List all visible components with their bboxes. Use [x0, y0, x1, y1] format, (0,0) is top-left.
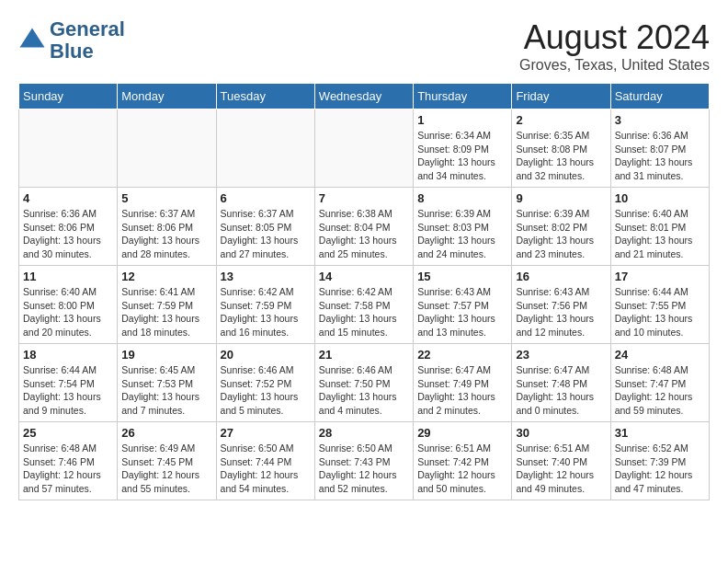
day-number: 21 — [319, 348, 409, 362]
calendar-day-cell: 23Sunrise: 6:47 AM Sunset: 7:48 PM Dayli… — [512, 344, 610, 422]
day-info: Sunrise: 6:39 AM Sunset: 8:03 PM Dayligh… — [417, 207, 507, 261]
calendar-day-cell: 17Sunrise: 6:44 AM Sunset: 7:55 PM Dayli… — [610, 266, 709, 344]
weekday-header-thursday: Thursday — [414, 84, 512, 109]
day-info: Sunrise: 6:48 AM Sunset: 7:46 PM Dayligh… — [23, 442, 113, 496]
day-number: 5 — [121, 191, 211, 205]
svg-marker-0 — [20, 29, 45, 48]
calendar-day-cell — [118, 109, 216, 188]
logo: General Blue — [18, 18, 125, 63]
day-number: 4 — [23, 191, 113, 205]
calendar-day-cell: 31Sunrise: 6:52 AM Sunset: 7:39 PM Dayli… — [610, 422, 709, 500]
weekday-header-wednesday: Wednesday — [314, 84, 413, 109]
day-number: 1 — [417, 113, 507, 127]
day-number: 16 — [516, 270, 606, 283]
calendar-day-cell: 2Sunrise: 6:35 AM Sunset: 8:08 PM Daylig… — [512, 109, 610, 188]
day-info: Sunrise: 6:44 AM Sunset: 7:54 PM Dayligh… — [23, 363, 113, 418]
weekday-header-tuesday: Tuesday — [216, 84, 314, 109]
calendar-day-cell: 26Sunrise: 6:49 AM Sunset: 7:45 PM Dayli… — [118, 422, 216, 500]
day-info: Sunrise: 6:47 AM Sunset: 7:48 PM Dayligh… — [516, 363, 606, 418]
day-number: 20 — [221, 348, 311, 362]
calendar-day-cell: 15Sunrise: 6:43 AM Sunset: 7:57 PM Dayli… — [414, 266, 512, 344]
day-number: 23 — [516, 348, 606, 362]
weekday-header-monday: Monday — [118, 84, 216, 109]
calendar-day-cell: 12Sunrise: 6:41 AM Sunset: 7:59 PM Dayli… — [118, 266, 216, 344]
calendar-day-cell: 30Sunrise: 6:51 AM Sunset: 7:40 PM Dayli… — [512, 422, 610, 500]
day-number: 19 — [121, 348, 211, 362]
day-number: 30 — [516, 426, 606, 440]
calendar-day-cell: 21Sunrise: 6:46 AM Sunset: 7:50 PM Dayli… — [314, 344, 413, 422]
weekday-header-sunday: Sunday — [19, 84, 118, 109]
day-number: 8 — [417, 191, 507, 205]
calendar-week-row: 11Sunrise: 6:40 AM Sunset: 8:00 PM Dayli… — [19, 266, 710, 344]
day-info: Sunrise: 6:47 AM Sunset: 7:49 PM Dayligh… — [417, 363, 507, 418]
day-number: 27 — [221, 426, 311, 440]
month-year: August 2024 — [519, 18, 710, 57]
day-info: Sunrise: 6:49 AM Sunset: 7:45 PM Dayligh… — [121, 442, 211, 496]
day-number: 17 — [615, 270, 705, 283]
calendar-day-cell: 1Sunrise: 6:34 AM Sunset: 8:09 PM Daylig… — [414, 109, 512, 188]
day-info: Sunrise: 6:48 AM Sunset: 7:47 PM Dayligh… — [615, 363, 705, 418]
day-info: Sunrise: 6:40 AM Sunset: 8:01 PM Dayligh… — [615, 207, 705, 261]
day-number: 25 — [23, 426, 113, 440]
weekday-header-saturday: Saturday — [610, 84, 709, 109]
calendar-day-cell: 7Sunrise: 6:38 AM Sunset: 8:04 PM Daylig… — [314, 188, 413, 266]
calendar-day-cell: 4Sunrise: 6:36 AM Sunset: 8:06 PM Daylig… — [19, 188, 118, 266]
day-info: Sunrise: 6:43 AM Sunset: 7:57 PM Dayligh… — [417, 285, 507, 339]
calendar-day-cell: 16Sunrise: 6:43 AM Sunset: 7:56 PM Dayli… — [512, 266, 610, 344]
calendar-day-cell: 6Sunrise: 6:37 AM Sunset: 8:05 PM Daylig… — [216, 188, 314, 266]
day-number: 13 — [221, 270, 311, 283]
calendar-day-cell: 9Sunrise: 6:39 AM Sunset: 8:02 PM Daylig… — [512, 188, 610, 266]
title-area: August 2024 Groves, Texas, United States — [519, 18, 710, 74]
calendar-day-cell: 11Sunrise: 6:40 AM Sunset: 8:00 PM Dayli… — [19, 266, 118, 344]
page-header: General Blue August 2024 Groves, Texas, … — [18, 18, 710, 74]
day-number: 12 — [121, 270, 211, 283]
calendar-week-row: 18Sunrise: 6:44 AM Sunset: 7:54 PM Dayli… — [19, 344, 710, 422]
day-number: 18 — [23, 348, 113, 362]
calendar-day-cell: 5Sunrise: 6:37 AM Sunset: 8:06 PM Daylig… — [118, 188, 216, 266]
calendar-table: SundayMondayTuesdayWednesdayThursdayFrid… — [18, 83, 710, 500]
day-info: Sunrise: 6:51 AM Sunset: 7:40 PM Dayligh… — [516, 442, 606, 496]
day-number: 31 — [615, 426, 705, 440]
day-info: Sunrise: 6:36 AM Sunset: 8:07 PM Dayligh… — [615, 129, 705, 183]
day-number: 3 — [615, 113, 705, 127]
day-info: Sunrise: 6:44 AM Sunset: 7:55 PM Dayligh… — [615, 285, 705, 339]
day-info: Sunrise: 6:39 AM Sunset: 8:02 PM Dayligh… — [516, 207, 606, 261]
day-number: 7 — [319, 191, 409, 205]
day-info: Sunrise: 6:38 AM Sunset: 8:04 PM Dayligh… — [319, 207, 409, 261]
day-number: 14 — [319, 270, 409, 283]
day-info: Sunrise: 6:45 AM Sunset: 7:53 PM Dayligh… — [121, 363, 211, 418]
day-info: Sunrise: 6:37 AM Sunset: 8:05 PM Dayligh… — [221, 207, 311, 261]
day-info: Sunrise: 6:35 AM Sunset: 8:08 PM Dayligh… — [516, 129, 606, 183]
logo-icon — [18, 27, 46, 54]
day-info: Sunrise: 6:41 AM Sunset: 7:59 PM Dayligh… — [121, 285, 211, 339]
calendar-day-cell: 10Sunrise: 6:40 AM Sunset: 8:01 PM Dayli… — [610, 188, 709, 266]
calendar-day-cell — [216, 109, 314, 188]
logo-text: General Blue — [50, 18, 125, 63]
calendar-day-cell: 25Sunrise: 6:48 AM Sunset: 7:46 PM Dayli… — [19, 422, 118, 500]
calendar-week-row: 25Sunrise: 6:48 AM Sunset: 7:46 PM Dayli… — [19, 422, 710, 500]
day-number: 22 — [417, 348, 507, 362]
calendar-day-cell: 14Sunrise: 6:42 AM Sunset: 7:58 PM Dayli… — [314, 266, 413, 344]
day-number: 24 — [615, 348, 705, 362]
day-info: Sunrise: 6:50 AM Sunset: 7:43 PM Dayligh… — [319, 442, 409, 496]
day-number: 11 — [23, 270, 113, 283]
day-info: Sunrise: 6:43 AM Sunset: 7:56 PM Dayligh… — [516, 285, 606, 339]
day-number: 6 — [221, 191, 311, 205]
day-number: 10 — [615, 191, 705, 205]
calendar-day-cell: 28Sunrise: 6:50 AM Sunset: 7:43 PM Dayli… — [314, 422, 413, 500]
day-info: Sunrise: 6:46 AM Sunset: 7:50 PM Dayligh… — [319, 363, 409, 418]
calendar-day-cell: 20Sunrise: 6:46 AM Sunset: 7:52 PM Dayli… — [216, 344, 314, 422]
day-info: Sunrise: 6:42 AM Sunset: 7:58 PM Dayligh… — [319, 285, 409, 339]
calendar-day-cell: 18Sunrise: 6:44 AM Sunset: 7:54 PM Dayli… — [19, 344, 118, 422]
calendar-day-cell: 22Sunrise: 6:47 AM Sunset: 7:49 PM Dayli… — [414, 344, 512, 422]
day-info: Sunrise: 6:46 AM Sunset: 7:52 PM Dayligh… — [221, 363, 311, 418]
day-number: 9 — [516, 191, 606, 205]
calendar-week-row: 1Sunrise: 6:34 AM Sunset: 8:09 PM Daylig… — [19, 109, 710, 188]
calendar-day-cell: 8Sunrise: 6:39 AM Sunset: 8:03 PM Daylig… — [414, 188, 512, 266]
calendar-day-cell: 3Sunrise: 6:36 AM Sunset: 8:07 PM Daylig… — [610, 109, 709, 188]
calendar-day-cell: 24Sunrise: 6:48 AM Sunset: 7:47 PM Dayli… — [610, 344, 709, 422]
day-info: Sunrise: 6:42 AM Sunset: 7:59 PM Dayligh… — [221, 285, 311, 339]
calendar-day-cell: 27Sunrise: 6:50 AM Sunset: 7:44 PM Dayli… — [216, 422, 314, 500]
day-number: 26 — [121, 426, 211, 440]
day-info: Sunrise: 6:40 AM Sunset: 8:00 PM Dayligh… — [23, 285, 113, 339]
